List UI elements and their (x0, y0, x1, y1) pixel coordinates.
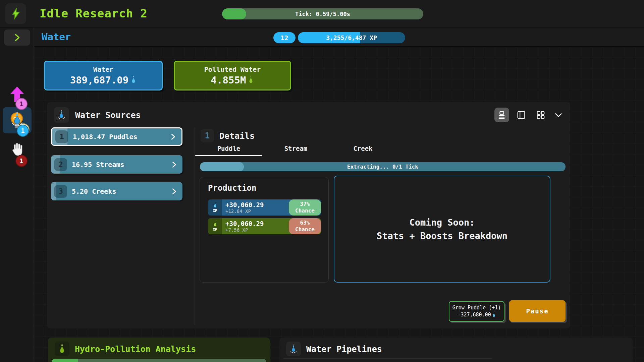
hydro-pollution-title: Hydro-Pollution Analysis (75, 342, 196, 356)
grid-view-button[interactable] (533, 108, 548, 122)
xp-badge: XP (213, 208, 217, 213)
chance-badge: 37% Chance (289, 199, 321, 216)
extract-progress-label: Extracting... 0/1 Tick (200, 162, 566, 171)
chevron-right-icon (170, 188, 178, 195)
panel-column-divider (195, 127, 195, 325)
production-title: Production (208, 183, 257, 193)
app-logo-button[interactable] (5, 3, 26, 24)
production-panel: Production XP +30,060.29 +12.84 XP 37% C… (200, 177, 329, 283)
xp-progress-bar: 3,255/6,487 XP (298, 32, 405, 43)
production-xp: +7.56 XP (225, 227, 264, 233)
manual-badge: 1 (15, 155, 28, 167)
hydro-progress-bar (52, 359, 266, 362)
water-card-label: Water (93, 65, 113, 73)
list-view-button[interactable] (494, 108, 509, 122)
source-row-puddles[interactable]: 1 1,018.47 Puddles (51, 127, 182, 146)
production-row-water: XP +30,060.29 +12.84 XP 37% Chance (208, 199, 321, 216)
source-row-index: 3 (54, 185, 67, 198)
water-resource-card: Water 389,687.09 (44, 61, 163, 90)
sidebar-item-upgrades[interactable]: 1 (0, 85, 34, 109)
source-row-index: 1 (55, 130, 68, 143)
grow-button-line1: Grow Puddle (+1) (452, 304, 501, 311)
collapse-panel-button[interactable] (553, 108, 564, 122)
coming-soon-line2: Stats + Boosts Breakdown (377, 229, 507, 242)
coming-soon-line1: Coming Soon: (409, 216, 475, 229)
tick-progress-bar: Tick: 0.59/5.00s (222, 8, 423, 19)
production-row-polluted: XP +30,060.29 +7.56 XP 63% Chance (208, 218, 321, 234)
production-amount: +30,060.29 (225, 201, 264, 208)
water-card-value: 389,687.09 (70, 74, 129, 86)
chevron-down-icon (554, 110, 563, 120)
main-content: Water 389,687.09 Polluted Water 4.855M (34, 47, 644, 362)
water-drop-icon (286, 342, 301, 356)
tab-stream[interactable]: Stream (262, 143, 329, 156)
upgrades-badge: 1 (15, 98, 28, 110)
water-badge: 1 (17, 125, 29, 137)
grow-puddle-button[interactable]: Grow Puddle (+1) -327,680.00 (449, 301, 504, 322)
polluted-card-label: Polluted Water (204, 65, 261, 73)
pause-button-label: Pause (526, 307, 548, 315)
production-amount: +30,060.29 (225, 220, 264, 227)
xp-progress-label: 3,255/6,487 XP (298, 32, 405, 43)
chance-percent: 63% (300, 220, 310, 226)
polluted-water-resource-card: Polluted Water 4.855M (174, 61, 291, 90)
details-title: Details (219, 129, 255, 142)
production-xp: +12.84 XP (225, 208, 264, 214)
app-title: Idle Research 2 (40, 7, 148, 20)
production-row-icons: XP (208, 218, 222, 234)
water-drop-icon (130, 76, 137, 84)
source-row-label: 5.20 Creeks (72, 187, 116, 195)
chance-badge: 63% Chance (289, 218, 321, 234)
panel-view-button[interactable] (514, 108, 529, 122)
source-row-streams[interactable]: 2 16.95 Streams (51, 155, 182, 174)
rows-view-icon (497, 110, 507, 120)
hydro-progress-fill (52, 359, 78, 362)
pause-button[interactable]: Pause (509, 300, 566, 322)
coming-soon-box: Coming Soon: Stats + Boosts Breakdown (334, 176, 550, 283)
sidebar: 1 1 1 (0, 27, 34, 362)
source-row-index: 2 (54, 158, 67, 171)
level-badge: 12 (273, 32, 296, 43)
source-row-creeks[interactable]: 3 5.20 Creeks (51, 182, 182, 200)
chance-label: Chance (295, 207, 315, 214)
grow-button-cost: -327,680.00 (458, 311, 491, 318)
water-pipelines-panel: Water Pipelines (279, 338, 633, 362)
chevron-right-icon (169, 133, 177, 140)
columns-view-icon (516, 110, 526, 120)
pipelines-divider (283, 358, 492, 359)
details-index-badge: 1 (201, 129, 214, 142)
water-drop-icon (213, 202, 217, 208)
chevron-right-icon (13, 33, 21, 42)
chance-label: Chance (295, 226, 315, 233)
water-pipelines-title: Water Pipelines (306, 342, 382, 356)
production-row-icons: XP (208, 199, 222, 216)
lightning-bolt-icon (9, 7, 22, 20)
xp-badge: XP (213, 227, 217, 232)
polluted-drop-icon (213, 221, 217, 227)
tab-creek[interactable]: Creek (329, 143, 396, 156)
polluted-card-value: 4.855M (211, 74, 246, 86)
water-sources-title: Water Sources (75, 107, 141, 123)
source-row-label: 1,018.47 Puddles (73, 133, 138, 141)
top-bar: Idle Research 2 Tick: 0.59/5.00s (0, 0, 644, 27)
chance-percent: 37% (300, 201, 310, 207)
grid-view-icon (536, 110, 546, 120)
polluted-drop-icon (248, 76, 254, 84)
chevron-right-icon (170, 161, 178, 168)
tick-progress-label: Tick: 0.59/5.00s (222, 8, 423, 19)
water-sources-panel: Water Sources (47, 102, 570, 328)
water-drop-icon (492, 312, 496, 317)
tab-puddle[interactable]: Puddle (195, 143, 262, 156)
page-header-bar: Water 12 3,255/6,487 XP (34, 27, 644, 47)
view-toolbar (494, 107, 564, 123)
page-title: Water (42, 31, 71, 43)
sidebar-item-manual[interactable]: 1 (0, 141, 34, 166)
water-drop-icon (54, 107, 69, 123)
extract-progress-bar: Extracting... 0/1 Tick (200, 162, 566, 171)
details-tabs: Puddle Stream Creek (195, 143, 396, 156)
polluted-drop-icon (55, 342, 69, 356)
sidebar-expand-button[interactable] (4, 29, 30, 46)
source-row-label: 16.95 Streams (72, 161, 124, 169)
hydro-pollution-panel: Hydro-Pollution Analysis (48, 338, 270, 362)
sidebar-item-water-hit[interactable]: 1 (0, 110, 34, 138)
